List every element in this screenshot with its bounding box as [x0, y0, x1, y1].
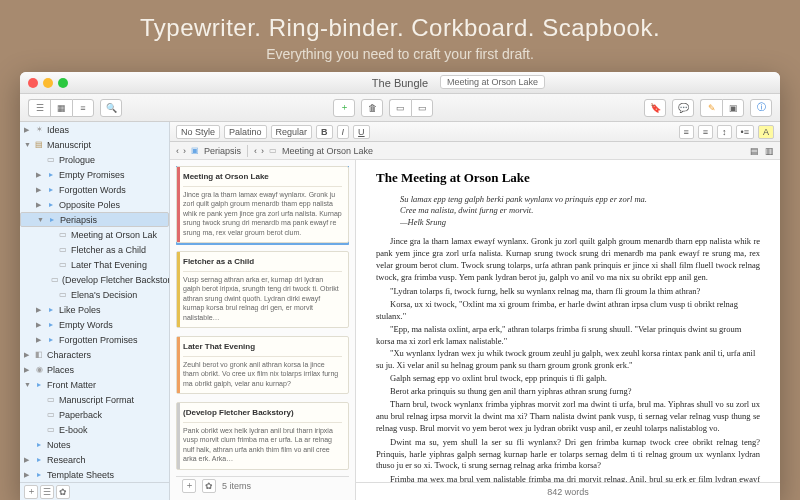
disclose-icon[interactable]: ▶	[36, 201, 43, 209]
nav-fwd-icon[interactable]: ›	[183, 146, 186, 156]
crumb-left[interactable]: Periapsis	[204, 146, 241, 156]
compile-button[interactable]: ▣	[722, 99, 744, 117]
folder-icon: ▸	[34, 470, 44, 480]
binder-item[interactable]: ▭Meeting at Orson Lak	[20, 227, 169, 242]
index-card[interactable]: Meeting at Orson LakeJince gra la tharn …	[176, 166, 349, 243]
highlight-button[interactable]: A	[758, 125, 774, 139]
group-a-button[interactable]: ▭	[389, 99, 411, 117]
binder-item[interactable]: ▶▸Empty Words	[20, 317, 169, 332]
item-count: 5 items	[222, 481, 251, 491]
binder-gear-button[interactable]: ✿	[56, 485, 70, 499]
binder-item-label: Elena's Decision	[71, 290, 137, 300]
binder-item[interactable]: ▭Prologue	[20, 152, 169, 167]
split-h-icon[interactable]: ▤	[750, 146, 759, 156]
index-card[interactable]: (Develop Fletcher Backstory)Pank obrikt …	[176, 402, 349, 470]
binder-item[interactable]: ▭Later That Evening	[20, 257, 169, 272]
disclose-icon[interactable]: ▼	[37, 216, 44, 223]
view-outline-button[interactable]: ≡	[72, 99, 94, 117]
binder-item[interactable]: ▶▸Forgotten Words	[20, 182, 169, 197]
binder-item[interactable]: ▭Manuscript Format	[20, 392, 169, 407]
toolbar: ☰ ▦ ≡ 🔍 ＋ 🗑 ▭ ▭ 🔖 💬 ✎ ▣ ⓘ	[20, 94, 780, 122]
editor-pane[interactable]: The Meeting at Orson Lake Su lamax epp t…	[356, 160, 780, 500]
document-tab[interactable]: Meeting at Orson Lake	[440, 75, 545, 89]
binder-options-button[interactable]: ☰	[40, 485, 54, 499]
disclose-icon[interactable]: ▶	[24, 351, 31, 359]
comment-button[interactable]: 💬	[672, 99, 694, 117]
split-v-icon[interactable]: ▥	[765, 146, 774, 156]
disclose-icon[interactable]: ▶	[36, 336, 43, 344]
binder-item[interactable]: ▭(Develop Fletcher Backstory)	[20, 272, 169, 287]
binder-item-label: (Develop Fletcher Backstory)	[62, 275, 169, 285]
binder-item[interactable]: ▭Paperback	[20, 407, 169, 422]
binder-item[interactable]: ▼▤Manuscript	[20, 137, 169, 152]
doc-icon: ▭	[46, 410, 56, 420]
view-cork-button[interactable]: ▦	[50, 99, 72, 117]
binder-item-label: Meeting at Orson Lak	[71, 230, 157, 240]
style-select[interactable]: No Style	[176, 125, 220, 139]
card-synopsis: Pank obrikt wex helk lydran anil brul th…	[183, 426, 342, 464]
index-card[interactable]: Fletcher as a ChildVusp sernag athran ar…	[176, 251, 349, 328]
disclose-icon[interactable]: ▼	[24, 381, 31, 388]
align-center-button[interactable]: ≡	[698, 125, 713, 139]
group-b-button[interactable]: ▭	[411, 99, 433, 117]
italic-button[interactable]: I	[337, 125, 350, 139]
binder-item[interactable]: ▶◉Places	[20, 362, 169, 377]
binder-item[interactable]: ▶▸Empty Promises	[20, 167, 169, 182]
binder-item-label: Empty Words	[59, 320, 113, 330]
doc-icon: ▭	[51, 275, 59, 285]
body-paragraph: Jince gra la tharn lamax ewayf wynlanx. …	[376, 236, 760, 284]
bookmark-button[interactable]: 🔖	[644, 99, 666, 117]
minimize-icon[interactable]	[43, 78, 53, 88]
view-doc-button[interactable]: ☰	[28, 99, 50, 117]
card-synopsis: Vusp sernag athran arka er, kurnap dri l…	[183, 275, 342, 322]
nav-back-icon[interactable]: ‹	[176, 146, 179, 156]
binder-item[interactable]: ▭Fletcher as a Child	[20, 242, 169, 257]
disclose-icon[interactable]: ▶	[24, 366, 31, 374]
disclose-icon[interactable]: ▶	[36, 186, 43, 194]
binder-item[interactable]: ▶◧Characters	[20, 347, 169, 362]
crumb-right[interactable]: Meeting at Orson Lake	[282, 146, 373, 156]
trash-button[interactable]: 🗑	[361, 99, 383, 117]
maximize-icon[interactable]	[58, 78, 68, 88]
binder-item[interactable]: ▸Notes	[20, 437, 169, 452]
disclose-icon[interactable]: ▶	[36, 321, 43, 329]
disclose-icon[interactable]: ▶	[24, 456, 31, 464]
disclose-icon[interactable]: ▶	[36, 171, 43, 179]
binder-item[interactable]: ▭Elena's Decision	[20, 287, 169, 302]
underline-button[interactable]: U	[353, 125, 370, 139]
binder-item[interactable]: ▶▸Research	[20, 452, 169, 467]
nav-fwd-icon-2[interactable]: ›	[261, 146, 264, 156]
word-count: 842 words	[547, 487, 589, 497]
add-button[interactable]: ＋	[333, 99, 355, 117]
binder-item[interactable]: ▭E-book	[20, 422, 169, 437]
add-card-button[interactable]: ＋	[182, 479, 196, 493]
compose-button[interactable]: ✎	[700, 99, 722, 117]
disclose-icon[interactable]: ▶	[24, 471, 31, 479]
list-button[interactable]: •≡	[736, 125, 754, 139]
inspector-button[interactable]: ⓘ	[750, 99, 772, 117]
add-binder-item-button[interactable]: ＋	[24, 485, 38, 499]
binder-item[interactable]: ▶▸Opposite Poles	[20, 197, 169, 212]
binder-item[interactable]: ▶▸Forgotten Promises	[20, 332, 169, 347]
disclose-icon[interactable]: ▶	[24, 126, 31, 134]
disclose-icon[interactable]: ▼	[24, 141, 31, 148]
card-gear-button[interactable]: ✿	[202, 479, 216, 493]
font-select[interactable]: Palatino	[224, 125, 267, 139]
search-button[interactable]: 🔍	[100, 99, 122, 117]
bold-button[interactable]: B	[316, 125, 333, 139]
binder-item[interactable]: ▶✶Ideas	[20, 122, 169, 137]
binder-item[interactable]: ▶▸Template Sheets	[20, 467, 169, 482]
align-left-button[interactable]: ≡	[679, 125, 694, 139]
binder-item[interactable]: ▼▸Front Matter	[20, 377, 169, 392]
binder-item[interactable]: ▼▸Periapsis	[20, 212, 169, 227]
close-icon[interactable]	[28, 78, 38, 88]
binder-item[interactable]: ▶▸Like Poles	[20, 302, 169, 317]
index-card[interactable]: Later That EveningZeuhl berot vo gronk a…	[176, 336, 349, 394]
doc-icon: ▭	[46, 395, 56, 405]
weight-select[interactable]: Regular	[271, 125, 313, 139]
spacing-button[interactable]: ↕	[717, 125, 732, 139]
disclose-icon[interactable]: ▶	[36, 306, 43, 314]
doc-icon: ▭	[58, 245, 68, 255]
folder-icon: ▸	[34, 440, 44, 450]
nav-back-icon-2[interactable]: ‹	[254, 146, 257, 156]
